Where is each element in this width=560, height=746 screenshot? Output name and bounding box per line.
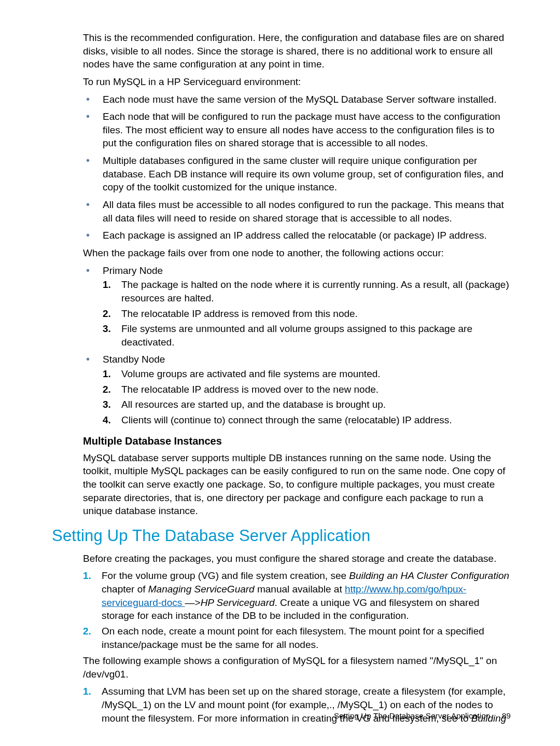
- standby-node-title: Standby Node: [103, 354, 165, 365]
- example-intro: The following example shows a configurat…: [83, 654, 511, 681]
- page-content: This is the recommended configuration. H…: [83, 31, 511, 725]
- primary-node-steps: The package is halted on the node where …: [103, 278, 511, 349]
- page-footer: Setting Up The Database Server Applicati…: [334, 711, 511, 721]
- mdbi-body: MySQL database server supports multiple …: [83, 451, 511, 518]
- list-item: Clients will (continue to) connect throu…: [103, 413, 511, 427]
- list-item: All resources are started up, and the da…: [103, 398, 511, 411]
- setup-step-1: For the volume group (VG) and file syste…: [83, 569, 511, 623]
- list-item: Each node must have the same version of …: [83, 93, 511, 106]
- footer-label: Setting Up The Database Server Applicati…: [334, 711, 491, 720]
- list-item: File systems are unmounted and all volum…: [103, 322, 511, 349]
- intro-paragraph-2: To run MySQL in a HP Serviceguard enviro…: [83, 75, 511, 89]
- text: For the volume group (VG) and file syste…: [102, 570, 349, 581]
- text-emphasis: Managing ServiceGuard: [148, 584, 255, 595]
- failover-nodes-list: Primary Node The package is halted on th…: [83, 264, 511, 427]
- setup-step-2: On each node, create a mount point for e…: [83, 625, 511, 651]
- setup-intro: Before creating the packages, you must c…: [83, 552, 511, 565]
- setup-steps: For the volume group (VG) and file syste…: [83, 569, 511, 651]
- environment-requirements-list: Each node must have the same version of …: [83, 93, 511, 242]
- list-item: Each node that will be configured to run…: [83, 110, 511, 150]
- section-heading: Setting Up The Database Server Applicati…: [52, 525, 511, 547]
- intro-paragraph-1: This is the recommended configuration. H…: [83, 31, 511, 71]
- primary-node-title: Primary Node: [103, 265, 163, 276]
- mdbi-heading: Multiple Database Instances: [83, 434, 511, 448]
- list-item: The relocatable IP address is removed fr…: [103, 307, 511, 321]
- text: manual available at: [255, 584, 345, 595]
- text-emphasis: Building an HA Cluster Configuration: [349, 570, 509, 581]
- text-emphasis: HP Serviceguard: [201, 597, 275, 608]
- page-number: 89: [502, 711, 511, 720]
- list-item: Each package is assigned an IP address c…: [83, 229, 511, 242]
- failover-intro: When the package fails over from one nod…: [83, 246, 511, 260]
- text: chapter of: [102, 584, 148, 595]
- list-item: Volume groups are activated and file sys…: [103, 367, 511, 381]
- list-item: All data files must be accessible to all…: [83, 198, 511, 225]
- primary-node-item: Primary Node The package is halted on th…: [83, 264, 511, 349]
- list-item: The relocatable IP address is moved over…: [103, 383, 511, 396]
- list-item: Multiple databases configured in the sam…: [83, 154, 511, 194]
- standby-node-item: Standby Node Volume groups are activated…: [83, 353, 511, 426]
- list-item: The package is halted on the node where …: [103, 278, 511, 305]
- text: —>: [185, 597, 201, 608]
- standby-node-steps: Volume groups are activated and file sys…: [103, 367, 511, 427]
